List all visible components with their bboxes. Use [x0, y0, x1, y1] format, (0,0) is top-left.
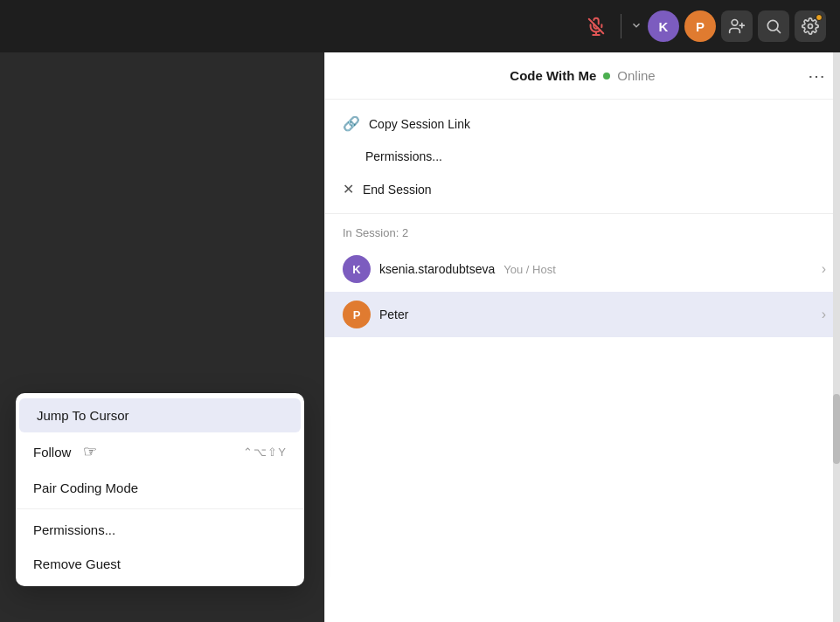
settings-badge	[816, 14, 823, 21]
follow-label: Follow	[33, 445, 71, 460]
peter-name: Peter	[379, 308, 408, 321]
user-row-peter[interactable]: P Peter ›	[325, 292, 840, 337]
pair-coding-mode-label: Pair Coding Mode	[33, 480, 138, 495]
ksenia-chevron-icon: ›	[822, 261, 826, 277]
svg-point-3	[732, 20, 738, 26]
svg-line-7	[777, 30, 781, 33]
end-session-label: End Session	[363, 183, 432, 197]
user-row-ksenia[interactable]: K ksenia.starodubtseva You / Host ›	[325, 246, 840, 292]
pair-coding-mode-item[interactable]: Pair Coding Mode	[16, 471, 304, 505]
svg-point-6	[767, 20, 778, 31]
link-icon: 🔗	[343, 115, 360, 132]
cursor-hand-icon: ☞	[83, 442, 97, 461]
avatar-p[interactable]: P	[684, 10, 716, 42]
cwm-more-button[interactable]: ⋯	[808, 66, 826, 86]
cwm-header: Code With Me Online ⋯	[325, 52, 840, 100]
ksenia-name: ksenia.starodubtseva	[379, 262, 495, 276]
topbar: K P	[0, 0, 840, 52]
follow-shortcut: ⌃⌥⇧Y	[243, 446, 287, 459]
online-dot	[603, 73, 610, 79]
follow-item[interactable]: Follow ☞ ⌃⌥⇧Y	[16, 432, 304, 471]
end-session-item[interactable]: ✕ End Session	[325, 172, 840, 206]
mic-muted-icon[interactable]	[580, 10, 612, 42]
dropdown-arrow-icon[interactable]	[630, 19, 642, 34]
cwm-title: Code With Me	[510, 68, 596, 83]
avatar-k[interactable]: K	[648, 10, 679, 42]
add-user-button[interactable]	[721, 10, 753, 42]
context-menu: Jump To Cursor Follow ☞ ⌃⌥⇧Y Pair Coding…	[16, 393, 304, 586]
avatar-ksenia: K	[343, 255, 371, 283]
jump-to-cursor-item[interactable]: Jump To Cursor	[19, 398, 301, 432]
topbar-icons: K P	[580, 10, 826, 42]
search-button[interactable]	[758, 10, 789, 42]
remove-guest-item[interactable]: Remove Guest	[16, 547, 304, 581]
ctx-divider	[16, 508, 304, 509]
x-icon: ✕	[343, 181, 354, 197]
svg-point-8	[809, 24, 813, 29]
remove-guest-label: Remove Guest	[33, 556, 121, 571]
settings-button[interactable]	[795, 10, 826, 42]
ctx-permissions-label: Permissions...	[33, 522, 115, 537]
permissions-item[interactable]: Permissions...	[325, 141, 840, 172]
copy-session-link-label: Copy Session Link	[369, 117, 470, 131]
peter-chevron-icon: ›	[822, 307, 826, 322]
main-area: Code With Me Online ⋯ 🔗 Copy Session Lin…	[0, 52, 840, 622]
jump-to-cursor-label: Jump To Cursor	[37, 408, 129, 423]
avatar-peter: P	[343, 301, 371, 328]
topbar-divider	[621, 14, 621, 38]
ksenia-badge: You / Host	[503, 263, 556, 276]
ctx-permissions-item[interactable]: Permissions...	[16, 513, 304, 547]
in-session-label: In Session: 2	[325, 214, 840, 246]
scroll-track	[833, 52, 840, 622]
permissions-label: Permissions...	[365, 149, 442, 163]
cwm-menu-items: 🔗 Copy Session Link Permissions... ✕ End…	[325, 100, 840, 214]
copy-session-link-item[interactable]: 🔗 Copy Session Link	[325, 107, 840, 141]
online-status: Online	[617, 68, 655, 83]
scroll-thumb[interactable]	[833, 394, 840, 464]
cwm-panel: Code With Me Online ⋯ 🔗 Copy Session Lin…	[324, 52, 840, 622]
